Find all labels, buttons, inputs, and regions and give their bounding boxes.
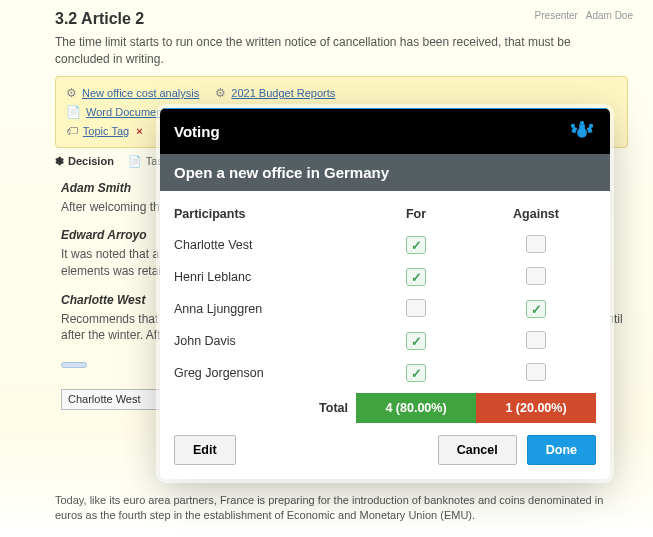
- vote-cell-for: ✓: [356, 236, 476, 254]
- participant-name: Anna Ljunggren: [174, 302, 356, 316]
- checkbox-against[interactable]: [526, 363, 546, 381]
- participant-name: Greg Jorgenson: [174, 366, 356, 380]
- checkbox-for[interactable]: [406, 299, 426, 317]
- participant-name: Henri Leblanc: [174, 270, 356, 284]
- checkbox-for[interactable]: ✓: [406, 236, 426, 254]
- doc-icon: 📄: [66, 105, 81, 119]
- link-icon: ⚙: [215, 86, 226, 100]
- decision-icon: ✽: [55, 154, 64, 169]
- table-row: Anna Ljunggren✓: [174, 293, 596, 325]
- article-intro: The time limit starts to run once the wr…: [55, 34, 628, 68]
- totals-against: 1 (20.00%): [476, 393, 596, 423]
- edit-button[interactable]: Edit: [174, 435, 236, 465]
- tasks-icon: 📄: [128, 154, 142, 169]
- totals-row: Total 4 (80.00%) 1 (20.00%): [174, 393, 596, 423]
- totals-for: 4 (80.00%): [356, 393, 476, 423]
- svg-rect-4: [579, 124, 585, 131]
- attachment-link[interactable]: Word Document: [86, 106, 165, 118]
- modal-subject: Open a new office in Germany: [160, 154, 610, 191]
- modal-header: Voting: [160, 108, 610, 154]
- article-title: 3.2 Article 2: [55, 8, 628, 30]
- col-for: For: [356, 207, 476, 221]
- attachment-link[interactable]: 2021 Budget Reports: [231, 87, 335, 99]
- tag-chip[interactable]: [61, 362, 87, 368]
- crown-icon: [568, 119, 596, 144]
- vote-cell-for: ✓: [356, 268, 476, 286]
- tab-label: Decision: [68, 154, 114, 169]
- vote-cell-for: ✓: [356, 332, 476, 350]
- check-icon: ✓: [411, 238, 422, 253]
- table-row: Greg Jorgenson✓: [174, 357, 596, 389]
- vote-cell-for: [356, 299, 476, 320]
- checkbox-for[interactable]: ✓: [406, 268, 426, 286]
- attachment-link[interactable]: New office cost analysis: [82, 87, 199, 99]
- checkbox-against[interactable]: [526, 267, 546, 285]
- participant-name: John Davis: [174, 334, 356, 348]
- vote-cell-for: ✓: [356, 364, 476, 382]
- check-icon: ✓: [411, 270, 422, 285]
- table-row: Henri Leblanc✓: [174, 261, 596, 293]
- table-row: Charlotte Vest✓: [174, 229, 596, 261]
- checkbox-against[interactable]: [526, 331, 546, 349]
- col-participants: Participants: [174, 207, 356, 221]
- check-icon: ✓: [411, 334, 422, 349]
- checkbox-for[interactable]: ✓: [406, 332, 426, 350]
- remove-attachment[interactable]: ×: [136, 125, 142, 137]
- link-icon: ⚙: [66, 86, 77, 100]
- table-row: John Davis✓: [174, 325, 596, 357]
- table-header: Participants For Against: [174, 199, 596, 229]
- vote-cell-against: [476, 267, 596, 288]
- select-value: Charlotte West: [68, 392, 141, 407]
- check-icon: ✓: [411, 366, 422, 381]
- vote-cell-against: ✓: [476, 300, 596, 318]
- modal-title: Voting: [174, 123, 220, 140]
- check-icon: ✓: [531, 302, 542, 317]
- checkbox-against[interactable]: ✓: [526, 300, 546, 318]
- footer-paragraph: Today, like its euro area partners, Fran…: [55, 493, 628, 524]
- vote-cell-against: [476, 363, 596, 384]
- checkbox-for[interactable]: ✓: [406, 364, 426, 382]
- tag-icon: 🏷: [66, 124, 78, 138]
- attach-row-1: ⚙ New office cost analysis ⚙ 2021 Budget…: [66, 85, 617, 102]
- checkbox-against[interactable]: [526, 235, 546, 253]
- vote-table: Participants For Against Charlotte Vest✓…: [160, 191, 610, 423]
- cancel-button[interactable]: Cancel: [438, 435, 517, 465]
- attachment-link[interactable]: Topic Tag: [83, 125, 129, 137]
- totals-label: Total: [174, 393, 356, 423]
- voting-modal: Voting Open a new office in Germany Part…: [160, 108, 610, 479]
- col-against: Against: [476, 207, 596, 221]
- done-button[interactable]: Done: [527, 435, 596, 465]
- participant-name: Charlotte Vest: [174, 238, 356, 252]
- modal-footer: Edit Cancel Done: [160, 423, 610, 479]
- tab-decision[interactable]: ✽ Decision: [55, 154, 114, 169]
- vote-cell-against: [476, 331, 596, 352]
- vote-cell-against: [476, 235, 596, 256]
